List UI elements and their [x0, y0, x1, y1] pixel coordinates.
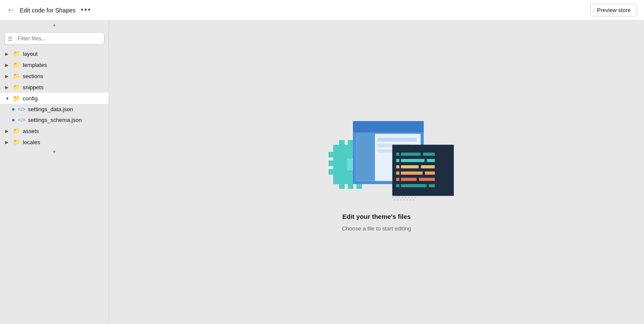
svg-rect-36	[419, 178, 435, 181]
svg-rect-2	[348, 140, 353, 145]
svg-rect-51	[403, 199, 405, 200]
svg-rect-50	[400, 199, 402, 200]
preview-store-button[interactable]: Preview store	[590, 4, 637, 16]
sidebar-item-label: snippets	[23, 84, 43, 91]
chevron-down-icon: ▼	[5, 96, 10, 101]
svg-rect-32	[401, 171, 422, 174]
chevron-right-icon: ▶	[5, 140, 10, 145]
svg-rect-47	[414, 197, 416, 198]
sidebar-item-label: templates	[23, 62, 47, 68]
main-content: Edit your theme's files Choose a file to…	[109, 21, 644, 324]
page-title: Edit code for Shapes	[20, 7, 76, 14]
sidebar: ▲ ☰ ▶ 📁 layout ▶ 📁 templates ▶ 📁 section…	[0, 21, 109, 324]
sidebar-item-label: assets	[23, 128, 39, 134]
svg-rect-9	[328, 169, 334, 175]
svg-rect-7	[328, 151, 334, 157]
folder-icon: 📁	[13, 84, 20, 91]
svg-rect-18	[377, 137, 417, 141]
sidebar-item-label: settings_data.json	[28, 106, 73, 112]
dot-indicator	[12, 108, 15, 111]
svg-rect-45	[408, 197, 410, 198]
sidebar-item-settings-schema[interactable]: </> settings_schema.json	[0, 115, 109, 125]
svg-rect-34	[396, 178, 399, 181]
empty-state-title: Edit your theme's files	[342, 213, 410, 220]
svg-rect-39	[429, 184, 435, 187]
sidebar-item-sections[interactable]: ▶ 📁 sections	[0, 70, 109, 82]
svg-rect-25	[396, 159, 399, 162]
svg-rect-53	[410, 199, 411, 200]
svg-rect-40	[392, 197, 394, 198]
sidebar-item-label: layout	[23, 51, 38, 57]
svg-rect-42	[398, 197, 400, 198]
svg-rect-44	[405, 197, 407, 198]
sidebar-item-templates[interactable]: ▶ 📁 templates	[0, 59, 109, 70]
svg-rect-49	[397, 199, 399, 200]
header: ← Edit code for Shapes ••• Preview store	[0, 0, 644, 21]
filter-wrap: ☰	[0, 29, 109, 48]
svg-rect-33	[425, 171, 435, 174]
sidebar-item-label: sections	[23, 73, 43, 79]
chevron-right-icon: ▶	[5, 51, 10, 56]
folder-icon: 📁	[13, 95, 20, 102]
svg-rect-31	[396, 171, 399, 174]
scroll-down-indicator: ▼	[0, 148, 109, 156]
sidebar-item-label: locales	[23, 139, 40, 145]
folder-icon: 📁	[13, 50, 20, 57]
chevron-right-icon: ▶	[5, 129, 10, 133]
svg-rect-6	[356, 183, 362, 189]
sidebar-item-snippets[interactable]: ▶ 📁 snippets	[0, 82, 109, 93]
svg-rect-24	[423, 152, 435, 155]
header-left: ← Edit code for Shapes •••	[7, 6, 91, 15]
folder-icon: 📁	[13, 127, 20, 134]
sidebar-item-locales[interactable]: ▶ 📁 locales	[0, 136, 109, 148]
svg-rect-46	[411, 197, 413, 198]
svg-rect-54	[413, 199, 414, 200]
chevron-right-icon: ▶	[5, 63, 10, 67]
svg-rect-27	[427, 159, 434, 162]
svg-rect-52	[407, 199, 408, 200]
main-layout: ▲ ☰ ▶ 📁 layout ▶ 📁 templates ▶ 📁 section…	[0, 21, 644, 324]
folder-icon: 📁	[13, 61, 20, 68]
svg-rect-23	[401, 152, 421, 155]
sidebar-item-layout[interactable]: ▶ 📁 layout	[0, 48, 109, 59]
svg-rect-4	[339, 183, 345, 189]
svg-rect-1	[339, 140, 345, 145]
svg-rect-28	[396, 165, 399, 168]
svg-rect-29	[401, 165, 419, 168]
svg-rect-8	[328, 160, 334, 166]
svg-rect-30	[421, 165, 435, 168]
code-icon: </>	[18, 106, 25, 112]
svg-rect-21	[392, 145, 454, 196]
svg-rect-37	[396, 184, 399, 187]
svg-rect-35	[401, 178, 417, 181]
back-icon[interactable]: ←	[7, 6, 15, 15]
sidebar-item-label: config	[23, 95, 38, 102]
chevron-right-icon: ▶	[5, 85, 10, 90]
svg-rect-43	[402, 197, 404, 198]
sidebar-item-label: settings_schema.json	[28, 117, 82, 123]
more-icon[interactable]: •••	[81, 6, 91, 15]
sidebar-item-config[interactable]: ▼ 📁 config	[0, 93, 109, 104]
dot-indicator	[12, 119, 15, 121]
chevron-right-icon: ▶	[5, 74, 10, 79]
theme-illustration	[299, 113, 454, 208]
svg-rect-17	[356, 133, 375, 181]
svg-rect-41	[395, 197, 397, 198]
scroll-up-indicator: ▲	[0, 21, 109, 29]
empty-state: Edit your theme's files Choose a file to…	[299, 113, 454, 232]
folder-icon: 📁	[13, 139, 20, 145]
svg-rect-26	[401, 159, 425, 162]
sidebar-item-settings-data[interactable]: </> settings_data.json	[0, 104, 109, 115]
sidebar-item-assets[interactable]: ▶ 📁 assets	[0, 125, 109, 136]
svg-rect-22	[396, 152, 399, 155]
search-input[interactable]	[4, 32, 104, 45]
code-icon: </>	[18, 117, 25, 123]
svg-rect-48	[394, 199, 395, 200]
svg-rect-38	[401, 184, 427, 187]
svg-rect-5	[348, 183, 353, 189]
folder-icon: 📁	[13, 73, 20, 79]
svg-rect-15	[353, 121, 424, 132]
empty-state-subtitle: Choose a file to start editing	[342, 225, 411, 232]
